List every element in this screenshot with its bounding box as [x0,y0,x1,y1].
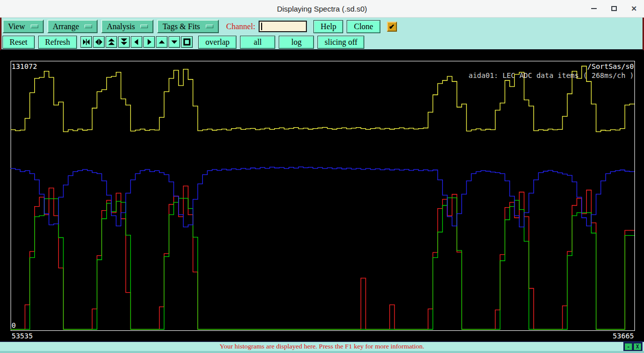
expand-x-button[interactable] [93,36,105,48]
minimize-icon [591,8,597,9]
y-axis-max-label: 131072 [12,62,37,70]
option-menu-indicator-icon [85,25,92,28]
square-icon [183,38,191,46]
option-menu-indicator-icon [140,25,148,28]
status-message: Your histograms are displayed here. Pres… [0,342,644,350]
double-up-arrow-icon [108,38,115,46]
spectrum-display-area[interactable]: 131072 /SortSas/s0 aida01: LEC ADC data … [0,50,644,341]
fast-up-button[interactable] [106,36,117,48]
checkmark-icon: ✔ [389,23,395,31]
menu-tags-fits[interactable]: Tags & Fits [157,20,218,33]
full-view-button[interactable] [181,36,193,48]
action-row: Reset Refresh [3,35,641,49]
menu-row: View Arrange Analysis Tags & Fits Channe… [3,19,641,34]
reset-label: Reset [10,38,28,47]
plot-frame [11,61,635,331]
trace-green [11,198,634,329]
trace-red [11,186,634,329]
slicing-label: slicing off [325,38,357,47]
x-axis-min-label: 53535 [12,332,33,340]
y-axis-min-label: 0 [12,321,16,329]
refresh-label: Refresh [45,38,70,47]
scroll-up-button[interactable] [156,36,168,48]
left-arrow-icon [133,38,140,46]
compress-x-button[interactable] [80,36,92,48]
down-arrow-icon [171,38,178,46]
trace-blue [11,167,634,227]
spectrum-info-label: aida01: LEC ADC data items ( 268ms/ch ) [468,71,634,79]
channel-label: Channel: [226,22,256,31]
scroll-left-button[interactable] [131,36,142,48]
scroll-down-button[interactable] [169,36,180,48]
menu-tags-fits-label: Tags & Fits [163,22,200,31]
window-controls: ✕ [590,0,638,17]
compress-x-icon [83,38,90,46]
log-label: log [291,38,301,47]
navigation-icon-strip [80,36,193,48]
spectrum-path-label: /SortSas/s0 [587,62,634,70]
text-cursor [261,23,262,30]
refresh-button[interactable]: Refresh [38,36,77,49]
clone-label: Clone [354,22,373,31]
mini-close-button[interactable]: X [633,343,641,350]
window-title: Displaying Spectra (.sd.s0) [277,5,367,13]
minimize-button[interactable] [590,5,598,13]
menu-analysis[interactable]: Analysis [101,20,153,33]
mini-window-controls: - X [623,341,642,351]
right-arrow-icon [145,38,153,46]
spectrum-canvas [11,61,635,332]
menu-view[interactable]: View [3,20,44,33]
overlap-label: overlap [205,38,229,47]
clone-button[interactable]: Clone [347,20,380,33]
double-down-arrow-icon [120,38,128,46]
fast-down-button[interactable] [118,36,130,48]
display-checkbox[interactable]: ✔ [387,22,397,32]
mini-close-icon: X [636,344,639,349]
option-menu-indicator-icon [206,25,213,28]
reset-button[interactable]: Reset [3,36,35,49]
mini-minimize-button[interactable]: - [624,343,632,350]
title-bar: Displaying Spectra (.sd.s0) ✕ [0,0,644,18]
close-button[interactable]: ✕ [630,5,638,13]
menu-view-label: View [8,22,25,31]
maximize-button[interactable] [610,5,618,13]
channel-input[interactable] [259,21,307,32]
close-icon: ✕ [631,5,637,12]
menu-analysis-label: Analysis [107,22,135,31]
menu-arrange[interactable]: Arrange [47,20,98,33]
overlap-button[interactable]: overlap [198,36,236,49]
expand-x-icon [95,38,103,46]
x-axis-max-label: 53665 [613,332,634,340]
status-bar: Your histograms are displayed here. Pres… [0,341,644,353]
maximize-icon [611,6,617,11]
up-arrow-icon [158,38,166,46]
log-button[interactable]: log [279,36,314,49]
option-menu-indicator-icon [31,25,38,28]
all-label: all [254,38,262,47]
menu-arrange-label: Arrange [53,22,79,31]
all-button[interactable]: all [240,36,275,49]
toolbar: View Arrange Analysis Tags & Fits Channe… [0,18,644,51]
slicing-button[interactable]: slicing off [317,36,364,49]
mini-minimize-icon: - [627,344,630,349]
scroll-right-button[interactable] [143,36,155,48]
help-button[interactable]: Help [313,20,343,33]
help-label: Help [320,22,336,31]
